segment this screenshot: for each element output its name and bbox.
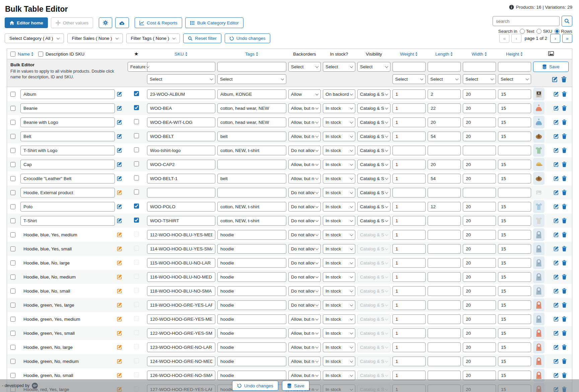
backorders-select[interactable]: Do not allow (288, 272, 321, 282)
row-delete-button[interactable] (562, 316, 567, 322)
row-delete-button[interactable] (562, 288, 567, 294)
height-input[interactable] (498, 371, 531, 380)
length-input[interactable] (428, 357, 461, 366)
next-page-button[interactable]: › (550, 34, 560, 43)
edit-variation-button[interactable] (117, 246, 126, 251)
tags-input[interactable] (217, 258, 286, 268)
tags-input[interactable] (217, 89, 286, 99)
width-input[interactable] (463, 174, 496, 183)
tags-input[interactable] (217, 202, 286, 212)
sort-by-weight[interactable]: Weight (400, 52, 418, 57)
sku-input[interactable] (147, 146, 215, 155)
tags-input[interactable] (217, 174, 286, 183)
row-delete-button[interactable] (562, 302, 567, 308)
edit-product-button[interactable] (117, 105, 126, 111)
product-name-input[interactable] (20, 202, 115, 212)
row-edit-button[interactable] (554, 190, 559, 195)
length-input[interactable] (428, 188, 461, 198)
stock-status-select[interactable]: In stock (323, 188, 355, 198)
edit-product-button[interactable] (117, 162, 126, 167)
row-select-checkbox[interactable] (10, 260, 15, 265)
edit-variation-button[interactable] (117, 316, 126, 322)
length-input[interactable] (428, 272, 461, 282)
length-input[interactable] (428, 174, 461, 183)
stock-status-select[interactable]: In stock (323, 300, 355, 310)
visibility-select[interactable]: Catalog & Se (357, 103, 390, 113)
weight-input[interactable] (392, 328, 426, 338)
sku-input[interactable] (147, 342, 215, 352)
backorders-select[interactable]: Do not allow (288, 188, 321, 198)
tags-input[interactable] (217, 216, 286, 226)
sort-by-sku[interactable]: SKU (174, 52, 188, 57)
weight-input[interactable] (392, 132, 426, 141)
bulk-weight-action-select[interactable]: Select (392, 74, 426, 84)
bulk-stock-select[interactable]: Select (323, 62, 355, 72)
row-select-checkbox[interactable] (10, 120, 15, 125)
height-input[interactable] (498, 202, 531, 212)
backorders-select[interactable]: Do not allow (288, 300, 321, 310)
edit-product-button[interactable] (117, 134, 126, 139)
height-input[interactable] (498, 146, 531, 155)
row-delete-button[interactable] (562, 91, 567, 97)
row-select-checkbox[interactable] (10, 134, 15, 139)
bulk-length-action-select[interactable]: Select (428, 74, 461, 84)
length-input[interactable] (428, 230, 461, 240)
height-input[interactable] (498, 300, 531, 310)
edit-product-button[interactable] (117, 120, 126, 125)
backorders-select[interactable]: Allow, but nc (288, 160, 321, 169)
backorders-select[interactable]: Do not allow (288, 230, 321, 240)
width-input[interactable] (463, 230, 496, 240)
stock-status-select[interactable]: In stock (323, 216, 355, 226)
row-select-checkbox[interactable] (10, 331, 15, 336)
width-input[interactable] (463, 300, 496, 310)
row-edit-button[interactable] (554, 302, 559, 308)
backorders-select[interactable]: Allow, but nc (288, 314, 321, 324)
visibility-select[interactable]: Catalog & Se (357, 174, 390, 183)
backorders-select[interactable]: Allow, but nc (288, 357, 321, 366)
reset-filter-button[interactable]: Reset filter (183, 33, 221, 43)
first-page-button[interactable]: « (499, 34, 509, 43)
height-input[interactable] (498, 103, 531, 113)
length-input[interactable] (428, 314, 461, 324)
row-delete-button[interactable] (562, 204, 567, 209)
row-select-checkbox[interactable] (10, 359, 15, 364)
length-input[interactable] (428, 202, 461, 212)
height-input[interactable] (498, 342, 531, 352)
tags-input[interactable] (217, 244, 286, 254)
row-select-checkbox[interactable] (10, 218, 15, 223)
row-edit-button[interactable] (554, 218, 559, 223)
bulk-width-input[interactable] (463, 62, 496, 72)
featured-checkbox[interactable] (134, 175, 139, 180)
weight-input[interactable] (392, 174, 426, 183)
row-select-checkbox[interactable] (10, 176, 15, 181)
bulk-edit-button[interactable] (552, 76, 558, 82)
row-select-checkbox[interactable] (10, 317, 15, 322)
stock-status-select[interactable]: In stock (323, 357, 355, 366)
bulk-visibility-select[interactable]: Select (357, 62, 390, 72)
row-edit-button[interactable] (554, 316, 559, 322)
cost-reports-button[interactable]: Cost & Reports (135, 17, 182, 28)
search-in-rows[interactable]: Rows (555, 29, 572, 34)
bulk-tags-input[interactable] (217, 62, 286, 72)
row-delete-button[interactable] (562, 344, 567, 350)
tags-input[interactable] (217, 160, 286, 169)
sku-input[interactable] (147, 371, 215, 380)
sku-input[interactable] (147, 300, 215, 310)
weight-input[interactable] (392, 160, 426, 169)
sku-input[interactable] (147, 117, 215, 127)
tags-input[interactable] (217, 146, 286, 155)
sku-input[interactable] (147, 132, 215, 141)
tags-input[interactable] (217, 188, 286, 198)
featured-checkbox[interactable] (134, 189, 139, 194)
featured-checkbox[interactable] (134, 133, 139, 138)
sku-input[interactable] (147, 230, 215, 240)
featured-checkbox[interactable] (134, 119, 139, 124)
product-name-input[interactable] (20, 146, 115, 155)
stock-status-select[interactable]: In stock (323, 314, 355, 324)
length-input[interactable] (428, 371, 461, 380)
weight-input[interactable] (392, 216, 426, 226)
visibility-select[interactable]: Catalog & Se (357, 117, 390, 127)
tags-input[interactable] (217, 230, 286, 240)
row-delete-button[interactable] (562, 373, 567, 378)
footer-undo-changes-button[interactable]: Undo changes (232, 381, 278, 391)
